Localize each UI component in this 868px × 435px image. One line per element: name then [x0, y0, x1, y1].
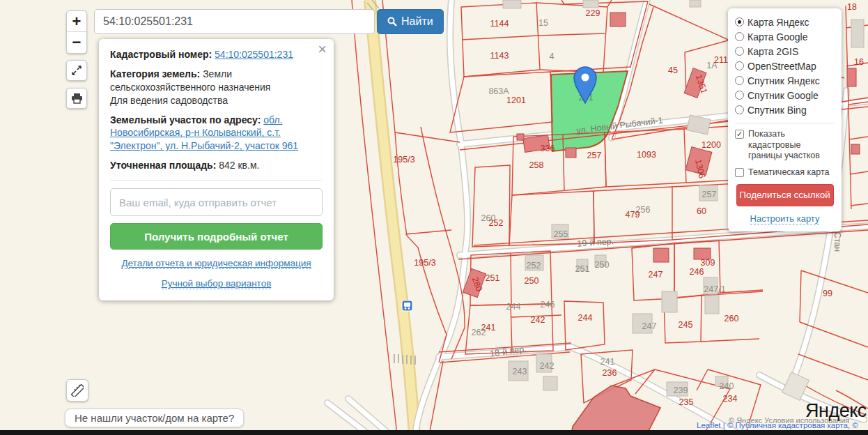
parcel-label: 336: [541, 144, 555, 153]
search-button-label: Найти: [401, 15, 433, 28]
parcel-label: 245: [679, 320, 693, 330]
parcel-label: 45: [668, 66, 678, 75]
parcel-label: 252: [527, 261, 541, 270]
share-link-button[interactable]: Поделиться ссылкой: [736, 184, 834, 206]
zoom-in-button[interactable]: +: [67, 11, 86, 32]
divider: [735, 123, 835, 123]
parcel-label: 4: [550, 52, 555, 61]
checkbox-label: Показать кадастровые границы участков: [748, 129, 835, 162]
area-value: 842 кв.м.: [219, 160, 259, 171]
land-usage-value: Для ведения садоводства: [110, 95, 228, 106]
parcel-label: 252: [489, 218, 504, 228]
parcel-label: 247: [649, 270, 663, 280]
layer-label: Спутник Яндекс: [747, 75, 820, 86]
layer-option-yandex-map[interactable]: Карта Яндекс: [735, 15, 835, 29]
ruler-icon: [71, 384, 84, 397]
radio-icon[interactable]: [735, 105, 744, 114]
parcel-label: 240: [720, 381, 734, 391]
report-details-link[interactable]: Детали отчета и юридическая информация: [110, 257, 323, 270]
parcel-label: 60: [697, 206, 706, 216]
checkbox-icon[interactable]: [735, 130, 744, 139]
layer-option-yandex-sat[interactable]: Спутник Яндекс: [735, 73, 835, 88]
manual-selection-link[interactable]: Ручной выбор вариантов: [110, 277, 323, 290]
parcel-label: 1143: [490, 51, 509, 61]
parcel-label: 1144: [490, 19, 509, 29]
parcel-label: 211: [714, 55, 728, 65]
not-found-button[interactable]: Не нашли участок/дом на карте?: [65, 409, 244, 427]
parcel-label: 257: [587, 151, 602, 160]
cadastral-map-app: 11441522911434863A1201231451A21113511816…: [0, 0, 868, 435]
thematic-map-checkbox[interactable]: Тематическая карта: [735, 167, 835, 178]
get-report-button[interactable]: Получить подробный отчет: [110, 223, 323, 250]
print-button[interactable]: [66, 88, 87, 109]
layer-label: OpenStreetMap: [747, 61, 816, 72]
search-icon: [387, 17, 397, 26]
land-category-label: Категория земель:: [110, 68, 200, 79]
radio-icon[interactable]: [735, 91, 744, 100]
parcel-label: 236: [603, 368, 617, 378]
manual-selection-label: Ручной выбор вариантов: [162, 278, 272, 289]
parcel-label: 18: [847, 2, 857, 12]
leaflet-attribution[interactable]: Leaflet | © Публичная кадастровая карта,…: [697, 421, 858, 429]
parcel-label: 260: [724, 314, 739, 323]
parcel-label: 1200: [702, 140, 721, 150]
layers-panel: Карта Яндекс Карта Google Карта 2GIS Ope…: [728, 8, 842, 231]
printer-icon: [71, 93, 83, 104]
parcel-label: 250: [595, 260, 610, 270]
search-button[interactable]: Найти: [377, 9, 444, 34]
parcel-label: 244: [578, 313, 593, 323]
parcel-label: 15: [538, 18, 548, 28]
parcel-label: 241: [600, 357, 615, 367]
measure-button[interactable]: [66, 379, 88, 402]
fullscreen-button[interactable]: [66, 60, 87, 81]
cadastral-number-label: Кадастровый номер:: [110, 49, 212, 60]
parcel-label: 16: [854, 57, 864, 67]
parcel-label: 1093: [637, 150, 656, 160]
cadastral-number-link[interactable]: 54:10:025501:231: [215, 49, 293, 60]
close-icon[interactable]: ×: [318, 42, 327, 57]
configure-map-link[interactable]: Настроить карту: [735, 213, 835, 224]
show-boundaries-checkbox[interactable]: Показать кадастровые границы участков: [735, 129, 835, 162]
checkbox-label: Тематическая карта: [748, 167, 829, 178]
search-input[interactable]: [94, 9, 375, 34]
layer-option-2gis-map[interactable]: Карта 2GIS: [735, 44, 835, 59]
parcel-label: 247: [642, 321, 657, 331]
layer-label: Карта Яндекс: [747, 17, 809, 28]
layer-label: Карта Google: [747, 31, 808, 43]
layer-option-google-sat[interactable]: Спутник Google: [735, 88, 835, 102]
yandex-logo: Яндекс: [805, 400, 867, 422]
area-label: Уточненная площадь:: [110, 160, 216, 171]
parcel-label: 863A: [488, 86, 509, 96]
email-input[interactable]: [110, 188, 323, 216]
parcel-label: 229: [586, 8, 600, 18]
radio-icon[interactable]: [735, 32, 744, 41]
parcel-label: 99: [823, 289, 832, 298]
parcel-label: 247/1: [704, 284, 725, 294]
parcel-info-panel: × Кадастровый номер: 54:10:025501:231 Ка…: [99, 39, 334, 300]
fullscreen-icon: [71, 65, 82, 76]
zoom-controls: + −: [66, 10, 87, 54]
parcel-label: 234: [723, 394, 738, 404]
bottom-bar: [0, 430, 868, 435]
parcel-label: 195/3: [414, 258, 435, 268]
parcel-label: 309: [701, 258, 715, 268]
parcel-label: 195/3: [393, 155, 414, 165]
parcel-label: 257: [702, 190, 717, 199]
radio-icon[interactable]: [735, 76, 744, 85]
parcel-label: 243: [513, 367, 527, 376]
radio-icon[interactable]: [735, 47, 744, 56]
layer-label: Спутник Bing: [747, 105, 807, 116]
parcel-label: 251: [575, 264, 590, 274]
layer-option-bing-sat[interactable]: Спутник Bing: [735, 102, 835, 117]
layer-option-osm[interactable]: OpenStreetMap: [735, 59, 835, 73]
parcel-label: 1201: [506, 96, 526, 105]
parcel-label: 258: [529, 160, 544, 170]
radio-icon[interactable]: [735, 17, 744, 26]
layer-option-google-map[interactable]: Карта Google: [735, 29, 835, 44]
checkbox-icon[interactable]: [735, 168, 744, 177]
parcel-label: 242: [531, 315, 545, 325]
radio-icon[interactable]: [735, 61, 744, 70]
zoom-out-button[interactable]: −: [67, 32, 86, 53]
parcel-label: 241: [481, 323, 496, 333]
layer-label: Спутник Google: [747, 90, 819, 101]
